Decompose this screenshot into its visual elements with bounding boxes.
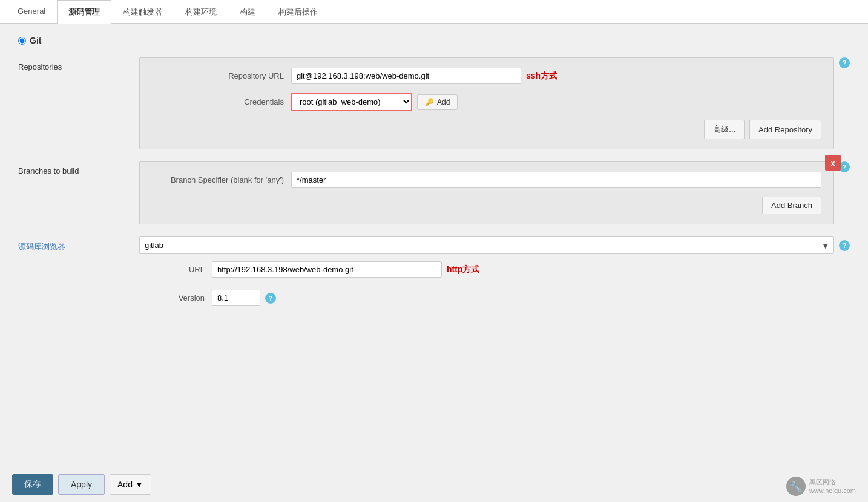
- git-radio-row: Git: [18, 36, 850, 45]
- browser-version-input[interactable]: [212, 290, 260, 306]
- advanced-button[interactable]: 高级...: [704, 120, 745, 139]
- branches-section-label: Branches to build: [18, 161, 139, 224]
- repo-url-label: Repository URL: [152, 71, 291, 80]
- add-repository-button[interactable]: Add Repository: [749, 120, 821, 139]
- tab-source[interactable]: 源码管理: [57, 0, 111, 24]
- tab-build[interactable]: 构建: [228, 0, 267, 24]
- credentials-label: Credentials: [152, 97, 291, 106]
- browser-url-input-group: http方式: [212, 261, 850, 278]
- tab-trigger[interactable]: 构建触发器: [111, 0, 174, 24]
- tab-general[interactable]: General: [6, 0, 57, 24]
- repo-url-input[interactable]: [291, 68, 521, 84]
- credentials-add-label: Add: [437, 98, 450, 106]
- add-branch-button[interactable]: Add Branch: [762, 197, 821, 214]
- credentials-input-group: root (gitlab_web-demo) 🔑 Add: [291, 93, 821, 111]
- branch-specifier-row: Branch Specifier (blank for 'any'): [152, 172, 821, 188]
- credentials-add-button[interactable]: 🔑 Add: [417, 94, 458, 110]
- browser-section: 源码库浏览器 gitlab auto bitbucketWeb fisheye …: [18, 236, 850, 315]
- credentials-select[interactable]: root (gitlab_web-demo): [291, 93, 412, 111]
- browser-select-wrapper: gitlab auto bitbucketWeb fisheye githubW…: [139, 236, 834, 254]
- browser-url-input[interactable]: [212, 261, 442, 278]
- version-help-icon[interactable]: ?: [265, 293, 276, 304]
- repositories-section-content: Repository URL ssh方式 Credentials root (g…: [139, 57, 834, 149]
- browser-select[interactable]: gitlab auto bitbucketWeb fisheye githubW…: [139, 236, 834, 254]
- main-content: Git Repositories Repository URL ssh方式 Cr…: [0, 24, 868, 463]
- tab-post[interactable]: 构建后操作: [267, 0, 329, 24]
- repositories-section-label: Repositories: [18, 57, 139, 149]
- browser-url-row: URL http方式: [139, 261, 850, 278]
- branches-actions: Add Branch: [152, 197, 821, 214]
- branch-specifier-label: Branch Specifier (blank for 'any'): [152, 175, 291, 184]
- tabs-bar: General 源码管理 构建触发器 构建环境 构建 构建后操作: [0, 0, 868, 24]
- browser-url-label: URL: [139, 265, 212, 274]
- browser-section-label: 源码库浏览器: [18, 236, 139, 315]
- http-note: http方式: [447, 264, 479, 275]
- ssh-note: ssh方式: [526, 71, 557, 82]
- repositories-section: Repositories Repository URL ssh方式 Creden…: [18, 57, 850, 149]
- browser-help-icon[interactable]: ?: [839, 240, 850, 251]
- tab-env[interactable]: 构建环境: [174, 0, 228, 24]
- credentials-row: Credentials root (gitlab_web-demo) 🔑 Add: [152, 93, 821, 111]
- browser-version-input-group: ?: [212, 290, 850, 306]
- branches-delete-button[interactable]: x: [825, 155, 841, 171]
- repositories-actions: 高级... Add Repository: [152, 120, 821, 139]
- browser-version-label: Version: [139, 293, 212, 302]
- repositories-help-icon[interactable]: ?: [839, 57, 850, 68]
- key-icon: 🔑: [425, 98, 434, 106]
- browser-version-row: Version ?: [139, 290, 850, 306]
- git-radio-label: Git: [30, 36, 41, 45]
- git-radio[interactable]: [18, 37, 26, 45]
- repo-url-row: Repository URL ssh方式: [152, 68, 821, 84]
- branch-specifier-input[interactable]: [291, 172, 821, 188]
- branch-specifier-input-group: [291, 172, 821, 188]
- branches-section: Branches to build x Branch Specifier (bl…: [18, 161, 850, 224]
- branches-section-content: x Branch Specifier (blank for 'any') Add…: [139, 161, 834, 224]
- repo-url-input-group: ssh方式: [291, 68, 821, 84]
